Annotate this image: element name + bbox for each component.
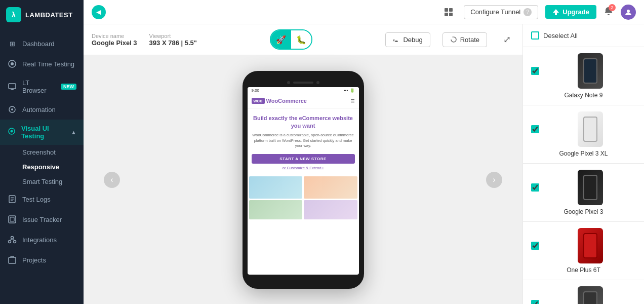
prev-device-button[interactable]: ‹ [104,172,120,188]
subnav-item-screenshot[interactable]: Screenshot [22,145,84,160]
phone-notch [248,81,359,84]
google-pixel-3-checkbox[interactable] [531,183,539,192]
woo-menu-icon: ≡ [350,97,354,105]
woo-logo-text: WooCommerce [266,98,307,104]
subnav-item-responsive[interactable]: Responsive [22,160,84,174]
woo-cta-button[interactable]: START A NEW STORE [252,154,355,164]
sidebar-item-automation[interactable]: Automation [0,99,84,120]
device-card-google-pixel-3: Google Pixel 3 [523,164,644,222]
google-pixel-3xl-image [578,111,603,147]
deselect-all-button[interactable]: Deselect All [543,32,578,40]
sidebar-item-label: Automation [22,106,56,113]
main-wrapper: ◀ Configure Tunnel ? Upgrade [84,0,644,304]
galaxy-note-9-checkbox[interactable] [531,67,539,75]
device-panel: Deselect All Galaxy Note 9 [522,24,644,304]
viewport-label: Viewport [149,33,197,39]
google-pixel-3-thumb [544,170,636,205]
svg-point-25 [627,10,630,13]
upgrade-button[interactable]: Upgrade [545,5,596,19]
one-plus-6t-checkbox[interactable] [531,242,539,250]
sidebar-item-label: Issue Tracker [22,216,62,223]
sidebar-item-visual-ui[interactable]: Visual UI Testing ▲ [0,120,84,145]
wifi-icon: 🔋 [350,88,355,93]
grid-view-button[interactable] [440,4,457,20]
google-pixel-3a-checkbox[interactable] [531,300,539,304]
device-toolbar: Device name Google Pixel 3 Viewport 393 … [84,24,522,55]
svg-rect-2 [9,84,16,89]
rotate-button[interactable]: Rotate [442,32,487,47]
expand-button[interactable]: ⤢ [499,32,514,47]
svg-rect-14 [10,217,14,221]
svg-rect-21 [445,8,448,12]
notification-badge: 2 [609,4,616,11]
svg-point-8 [11,130,13,133]
signal-icon: ▪▪▪ [344,88,348,93]
woo-customize-link[interactable]: or Customize & Extend › [252,166,355,170]
galaxy-note-9-image [578,53,603,89]
svg-point-15 [11,237,14,239]
woo-logo-box: woo [252,98,265,104]
svg-rect-23 [445,13,448,16]
svg-point-1 [11,62,14,65]
subnav-item-smarttesting[interactable]: Smart Testing [22,174,84,189]
visual-ui-label: Visual UI Testing [21,125,66,140]
testlogs-icon [7,194,17,204]
user-avatar-button[interactable] [621,5,636,20]
sidebar-item-label: Dashboard [22,40,55,48]
topbar: ◀ Configure Tunnel ? Upgrade [84,0,644,24]
issuetracker-icon [7,214,17,224]
one-plus-6t-name: One Plus 6T [567,267,600,274]
sidebar-item-label: LT Browser [22,79,54,94]
phone-frame: 9:00 ▪▪▪ 🔋 woo WooCommerce ≡ [243,71,364,289]
bug-view-button[interactable]: 🐛 [291,30,311,49]
google-pixel-3xl-checkbox[interactable] [531,125,539,133]
rocket-view-button[interactable]: 🚀 [271,30,291,49]
sidebar-item-integrations[interactable]: Integrations [0,230,84,250]
device-card-google-pixel-3xl: Google Pixel 3 XL [523,105,644,164]
google-pixel-3a-image [578,286,603,304]
sidebar-item-testlogs[interactable]: Test Logs [0,189,84,209]
woo-hero-desc: WooCommerce is a customizable, open-sour… [252,133,355,149]
debug-button[interactable]: Debug [385,32,430,47]
sidebar-nav: ⊞ Dashboard Real Time Testing LT Browser [0,29,84,304]
debug-label: Debug [403,36,422,44]
integrations-icon [7,235,17,245]
woo-product-grid [248,176,359,219]
sidebar-logo[interactable]: λ LAMBDATEST [0,0,84,29]
app-logo-icon: λ [6,7,21,22]
viewport-info: Viewport 393 X 786 | 5.5" [149,33,197,47]
google-pixel-3xl-thumb [544,111,636,147]
rotate-label: Rotate [460,36,479,44]
notifications-button[interactable]: 2 [603,6,614,18]
google-pixel-3-name: Google Pixel 3 [564,208,603,215]
app-name: LAMBDATEST [25,11,73,19]
woo-hero: Build exactly the eCommerce website you … [248,108,359,176]
sidebar-item-dashboard[interactable]: ⊞ Dashboard [0,33,84,54]
sidebar-item-label: Real Time Testing [22,60,74,68]
sidebar: λ LAMBDATEST ⊞ Dashboard Real Time Testi… [0,0,84,304]
view-toggle: 🚀 🐛 [270,29,312,50]
woo-header: woo WooCommerce ≡ [248,94,359,108]
next-device-button[interactable]: › [486,172,502,188]
upgrade-icon [552,9,559,16]
phone-screen: 9:00 ▪▪▪ 🔋 woo WooCommerce ≡ [248,87,359,275]
sidebar-item-projects[interactable]: Projects [0,250,84,270]
product-item-3 [249,200,303,219]
sidebar-collapse-button[interactable]: ◀ [92,5,106,19]
device-name-label: Device name [92,33,137,39]
google-pixel-3a-thumb [544,286,636,304]
device-name-info: Device name Google Pixel 3 [92,33,137,47]
configure-tunnel-label: Configure Tunnel [470,8,520,16]
topbar-icons: Configure Tunnel ? Upgrade 2 [440,4,636,20]
sidebar-item-issuetracker[interactable]: Issue Tracker [0,209,84,230]
chevron-up-icon: ▲ [71,129,76,135]
phone-area: ‹ 9:00 ▪▪▪ 🔋 [84,55,522,304]
device-preview: Device name Google Pixel 3 Viewport 393 … [84,24,522,304]
one-plus-6t-image [578,228,603,263]
ltbrowser-icon [7,82,17,92]
status-bar: 9:00 ▪▪▪ 🔋 [248,87,359,94]
new-badge: NEW [61,84,76,90]
configure-tunnel-button[interactable]: Configure Tunnel ? [464,5,538,19]
sidebar-item-realtime[interactable]: Real Time Testing [0,54,84,74]
sidebar-item-ltbrowser[interactable]: LT Browser NEW [0,74,84,99]
